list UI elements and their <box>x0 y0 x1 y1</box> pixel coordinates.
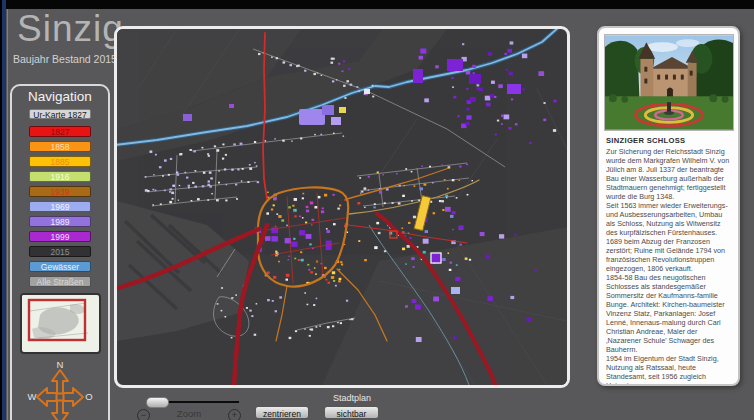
year-button-group: 182718581885191619391969198919992015 <box>12 126 108 257</box>
info-heading: SINZIGER SCHLOSS <box>606 136 731 145</box>
navigation-title: Navigation <box>12 89 108 104</box>
layer-button-gew-sser[interactable]: Gewässer <box>29 261 91 272</box>
info-paragraph-2: Seit 1563 immer wieder Erweiterungs- und… <box>606 201 731 237</box>
info-panel: SINZIGER SCHLOSS Zur Sicherung der Reich… <box>597 26 740 386</box>
info-paragraph-5: 1954 im Eigentum der Stadt Sinzig, Nutzu… <box>606 354 731 386</box>
city-map[interactable] <box>117 29 567 385</box>
info-paragraph-4: 1854-58 Bau des neugotischen Schlosses a… <box>606 273 731 354</box>
year-button-1939[interactable]: 1939 <box>29 186 91 197</box>
zoom-slider-handle[interactable] <box>146 397 169 408</box>
year-button-1885[interactable]: 1885 <box>29 156 91 167</box>
app-window: Sinzig Baujahr Bestand 2015 Navigation U… <box>0 0 754 420</box>
navigation-panel: Navigation Ur-Karte 1827 182718581885191… <box>10 84 110 420</box>
page-title: Sinzig <box>17 8 124 50</box>
info-paragraph-3: 1689 beim Abzug der Franzosen zerstört; … <box>606 237 731 273</box>
pan-west-arrow[interactable] <box>37 388 57 406</box>
zoom-label: Zoom <box>158 408 220 419</box>
compass-north-label: N <box>57 359 64 370</box>
year-button-1858[interactable]: 1858 <box>29 141 91 152</box>
year-button-1916[interactable]: 1916 <box>29 171 91 182</box>
compass-east-label: O <box>85 391 92 402</box>
urkarte-1827-button[interactable]: Ur-Karte 1827 <box>29 109 91 119</box>
pan-east-arrow[interactable] <box>63 388 83 406</box>
map-fields <box>117 29 567 385</box>
info-paragraph-1: Zur Sicherung der Reichsstadt Sinzig wur… <box>606 147 731 201</box>
year-button-2015[interactable]: 2015 <box>29 246 91 257</box>
zoom-in-button[interactable]: + <box>228 409 241 420</box>
info-text: Zur Sicherung der Reichsstadt Sinzig wur… <box>599 147 738 386</box>
layer-button-alle-stra-en[interactable]: Alle Straßen <box>29 276 91 287</box>
page-subtitle: Baujahr Bestand 2015 <box>13 53 117 65</box>
window-frame-accent <box>2 0 6 420</box>
sichtbar-button[interactable]: sichtbar <box>324 406 379 419</box>
year-button-1999[interactable]: 1999 <box>29 231 91 242</box>
zentrieren-button[interactable]: zentrieren <box>255 406 309 419</box>
window-frame-line <box>7 9 8 420</box>
year-button-1827[interactable]: 1827 <box>29 126 91 137</box>
layer-button-group: GewässerAlle Straßen <box>12 261 108 287</box>
castle-photo <box>604 34 734 131</box>
pan-south-arrow[interactable] <box>52 400 68 420</box>
stadtplan-label: Stadtplan <box>322 393 382 403</box>
highlighted-building <box>414 196 431 231</box>
year-button-1989[interactable]: 1989 <box>29 216 91 227</box>
overview-minimap[interactable] <box>20 293 101 354</box>
minimap-image <box>22 295 95 348</box>
zoom-out-button[interactable]: − <box>137 409 150 420</box>
compass-rose: N W O <box>15 356 105 420</box>
compass-center <box>57 394 64 401</box>
pan-north-arrow[interactable] <box>52 370 68 394</box>
year-button-1969[interactable]: 1969 <box>29 201 91 212</box>
map-panel <box>114 26 570 388</box>
compass-west-label: W <box>28 391 37 402</box>
